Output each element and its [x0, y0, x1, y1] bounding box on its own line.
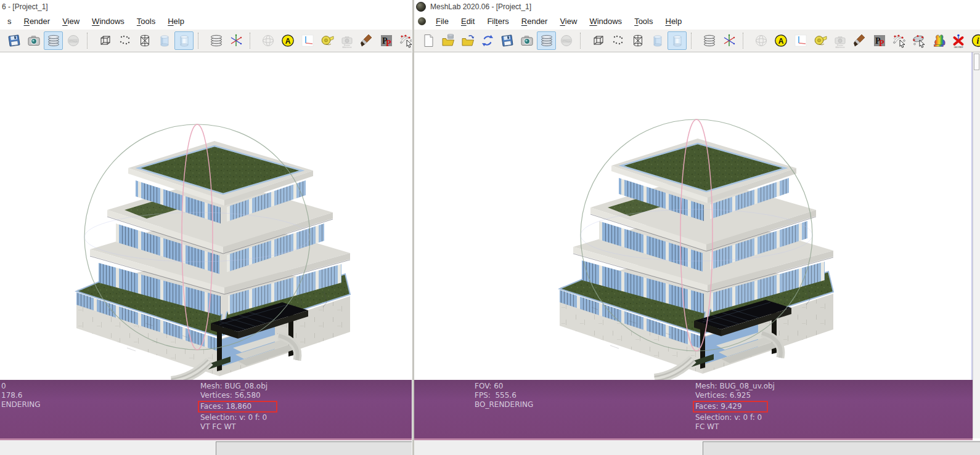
- bunny-button[interactable]: [929, 31, 948, 50]
- align-points-button[interactable]: [889, 31, 909, 50]
- layers-button[interactable]: [537, 31, 556, 50]
- menu-edit[interactable]: Edit: [455, 17, 481, 26]
- viewport-3d[interactable]: [414, 52, 973, 380]
- cyl-flat-icon: [157, 33, 172, 48]
- menubar: sRenderViewWindowsToolsHelp: [0, 13, 412, 30]
- menu-render[interactable]: Render: [515, 17, 554, 26]
- stack-wire-button[interactable]: [700, 31, 719, 50]
- menu-windows[interactable]: Windows: [583, 17, 628, 26]
- cyl-flat-button[interactable]: [648, 31, 667, 50]
- bbox-cube-button[interactable]: [96, 31, 115, 50]
- brush-icon: [359, 33, 374, 48]
- align-points-icon: [399, 33, 412, 48]
- tape-icon: [320, 33, 335, 48]
- pp-icon: [872, 33, 887, 48]
- vertical-scrollbar[interactable]: [973, 52, 980, 438]
- align-ellipse-button[interactable]: [909, 31, 928, 50]
- menu-render[interactable]: Render: [18, 17, 57, 26]
- vertices-count: Vertices: 6.925: [695, 391, 775, 400]
- bbox-cube-icon: [591, 33, 606, 48]
- save-button[interactable]: [4, 31, 23, 50]
- align-points-button[interactable]: [396, 31, 412, 50]
- faces-count: Faces: 9,429: [693, 401, 768, 413]
- raster-globe-icon: [66, 33, 81, 48]
- hud-right-column: Mesh: BUG_08.objVertices: 56,580Faces: 1…: [200, 382, 277, 432]
- menu-view[interactable]: View: [56, 17, 86, 26]
- menu-file[interactable]: File: [430, 17, 455, 26]
- open-project-button[interactable]: [438, 31, 457, 50]
- snapshot-button[interactable]: [517, 31, 536, 50]
- raster-globe-button[interactable]: [63, 31, 83, 50]
- axis-cross-button[interactable]: [719, 31, 738, 50]
- building-model-rendering: [414, 52, 971, 380]
- cyl-flat-button[interactable]: [155, 31, 174, 50]
- toolbar-separator: [250, 33, 255, 49]
- reload-icon: [480, 33, 495, 48]
- new-doc-icon: [421, 33, 436, 48]
- cyl-smooth-button[interactable]: [668, 31, 687, 50]
- info-icon: [971, 33, 980, 48]
- cyl-smooth-icon: [177, 33, 192, 48]
- cyl-smooth-button[interactable]: [174, 31, 194, 50]
- georef-button[interactable]: [949, 31, 968, 50]
- align-ellipse-icon: [912, 33, 926, 48]
- show-axes-icon: [793, 33, 808, 48]
- tape-icon: [813, 33, 828, 48]
- new-doc-button[interactable]: [419, 31, 438, 50]
- layer-panel-stub[interactable]: [216, 441, 412, 455]
- layers-button[interactable]: [44, 31, 63, 50]
- open-mesh-button[interactable]: [458, 31, 477, 50]
- stack-wire-icon: [209, 33, 224, 48]
- open-project-icon: [441, 33, 455, 48]
- save-icon: [7, 33, 22, 48]
- trackball-button[interactable]: [258, 31, 277, 50]
- bunny-icon: [931, 33, 946, 48]
- viewport-3d[interactable]: [0, 52, 412, 380]
- axis-cross-button[interactable]: [226, 31, 245, 50]
- decorate-a-button[interactable]: [278, 31, 297, 50]
- layer-panel-stub[interactable]: [703, 441, 980, 455]
- raster-globe-button[interactable]: [557, 31, 576, 50]
- meshlab-window-left: 6 - [Project_1] sRenderViewWindowsToolsH…: [0, 0, 412, 455]
- save-button[interactable]: [497, 31, 517, 50]
- tape-button[interactable]: [317, 31, 337, 50]
- wire-cage-button[interactable]: [135, 31, 154, 50]
- wire-cage-button[interactable]: [628, 31, 647, 50]
- menu-windows[interactable]: Windows: [86, 17, 131, 26]
- brush-button[interactable]: [850, 31, 869, 50]
- raster-cam-button[interactable]: [337, 31, 356, 50]
- info-button[interactable]: [968, 31, 980, 50]
- fov-partial: 0: [1, 382, 41, 391]
- pp-button[interactable]: [377, 31, 396, 50]
- brush-button[interactable]: [357, 31, 376, 50]
- menu-filters[interactable]: Filters: [481, 17, 515, 26]
- show-axes-button[interactable]: [791, 31, 810, 50]
- show-axes-button[interactable]: [298, 31, 317, 50]
- menu-help[interactable]: Help: [161, 17, 190, 26]
- snapshot-button[interactable]: [24, 31, 43, 50]
- menu-view[interactable]: View: [553, 17, 583, 26]
- fps-partial: 178.6: [1, 391, 41, 400]
- points-button[interactable]: [608, 31, 627, 50]
- menu-help[interactable]: Help: [659, 17, 688, 26]
- hud-band: FOV: 60FPS: 555.6BO_RENDERING Mesh: BUG_…: [414, 380, 973, 440]
- trackball-button[interactable]: [751, 31, 770, 50]
- stack-wire-button[interactable]: [206, 31, 226, 50]
- decorate-a-button[interactable]: [771, 31, 790, 50]
- tape-button[interactable]: [811, 31, 830, 50]
- titlebar: MeshLab 2020.06 - [Project_1]: [414, 0, 980, 13]
- titlebar: 6 - [Project_1]: [0, 0, 412, 13]
- points-button[interactable]: [115, 31, 134, 50]
- toolbar-separator: [580, 33, 586, 49]
- stack-wire-icon: [702, 33, 717, 48]
- trackball-icon: [261, 33, 276, 48]
- menu-tools[interactable]: Tools: [131, 17, 161, 26]
- toolbar-separator: [743, 33, 748, 49]
- menu-tools[interactable]: Tools: [628, 17, 659, 26]
- scrollbar-thumb[interactable]: [974, 54, 979, 70]
- pp-button[interactable]: [870, 31, 889, 50]
- reload-button[interactable]: [478, 31, 497, 50]
- raster-cam-button[interactable]: [830, 31, 849, 50]
- menu-s[interactable]: s: [1, 17, 18, 26]
- bbox-cube-button[interactable]: [589, 31, 608, 50]
